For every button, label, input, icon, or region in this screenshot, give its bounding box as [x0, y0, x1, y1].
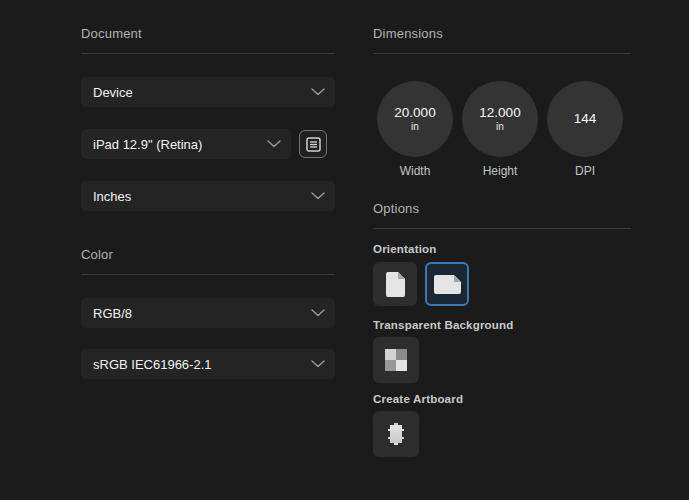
color-profile-dropdown[interactable]: sRGB IEC61966-2.1 — [81, 349, 335, 379]
dpi-value-circle[interactable]: 144 — [547, 81, 623, 157]
dpi-label: DPI — [575, 164, 595, 178]
color-mode-dropdown-value: RGB/8 — [93, 306, 132, 321]
chevron-down-icon — [311, 360, 325, 368]
width-unit: in — [411, 121, 419, 133]
preset-dropdown[interactable]: iPad 12.9" (Retina) — [81, 129, 291, 159]
width-group: 20.000 in Width — [377, 81, 453, 178]
document-section-divider — [81, 53, 335, 54]
width-value: 20.000 — [394, 105, 435, 121]
color-mode-dropdown[interactable]: RGB/8 — [81, 298, 335, 328]
preset-list-button[interactable] — [299, 130, 327, 158]
height-value-circle[interactable]: 12.000 in — [462, 81, 538, 157]
chevron-down-icon — [267, 140, 281, 148]
chevron-down-icon — [311, 309, 325, 317]
chevron-down-icon — [311, 88, 325, 96]
orientation-portrait-button[interactable] — [373, 262, 417, 306]
create-artboard-button[interactable] — [373, 411, 419, 457]
color-profile-dropdown-value: sRGB IEC61966-2.1 — [93, 357, 212, 372]
document-section-title: Document — [81, 26, 335, 42]
preset-row: iPad 12.9" (Retina) — [81, 129, 335, 159]
dimensions-section-divider — [373, 53, 631, 54]
options-section-title: Options — [373, 201, 631, 217]
units-dropdown-value: Inches — [93, 189, 131, 204]
document-color-panel: Document Device iPad 12.9" (Retina) — [81, 26, 335, 379]
units-dropdown[interactable]: Inches — [81, 181, 335, 211]
dimension-circles: 20.000 in Width 12.000 in Height 144 DPI — [377, 81, 631, 178]
height-unit: in — [496, 121, 504, 133]
transparent-background-button[interactable] — [373, 337, 419, 383]
chevron-down-icon — [311, 192, 325, 200]
height-label: Height — [483, 164, 518, 178]
orientation-buttons — [373, 262, 631, 306]
dpi-group: 144 DPI — [547, 81, 623, 178]
device-dropdown-value: Device — [93, 85, 133, 100]
checkerboard-icon — [385, 349, 407, 371]
list-icon — [306, 137, 321, 152]
height-group: 12.000 in Height — [462, 81, 538, 178]
transparent-background-row — [373, 337, 631, 383]
options-section-divider — [373, 228, 631, 229]
orientation-landscape-button[interactable] — [425, 262, 469, 306]
transparent-background-label: Transparent Background — [373, 319, 631, 331]
width-value-circle[interactable]: 20.000 in — [377, 81, 453, 157]
color-section-divider — [81, 274, 335, 275]
dpi-value: 144 — [574, 111, 597, 127]
create-artboard-label: Create Artboard — [373, 393, 631, 405]
color-section-title: Color — [81, 247, 335, 263]
height-value: 12.000 — [479, 105, 520, 121]
width-label: Width — [400, 164, 431, 178]
device-dropdown[interactable]: Device — [81, 77, 335, 107]
dimensions-section-title: Dimensions — [373, 26, 631, 42]
orientation-label: Orientation — [373, 243, 631, 255]
preset-dropdown-value: iPad 12.9" (Retina) — [93, 137, 202, 152]
landscape-page-icon — [434, 275, 461, 294]
artboard-icon — [388, 423, 404, 445]
dimensions-options-panel: Dimensions 20.000 in Width 12.000 in Hei… — [373, 26, 631, 457]
create-artboard-row — [373, 411, 631, 457]
portrait-page-icon — [386, 272, 405, 297]
